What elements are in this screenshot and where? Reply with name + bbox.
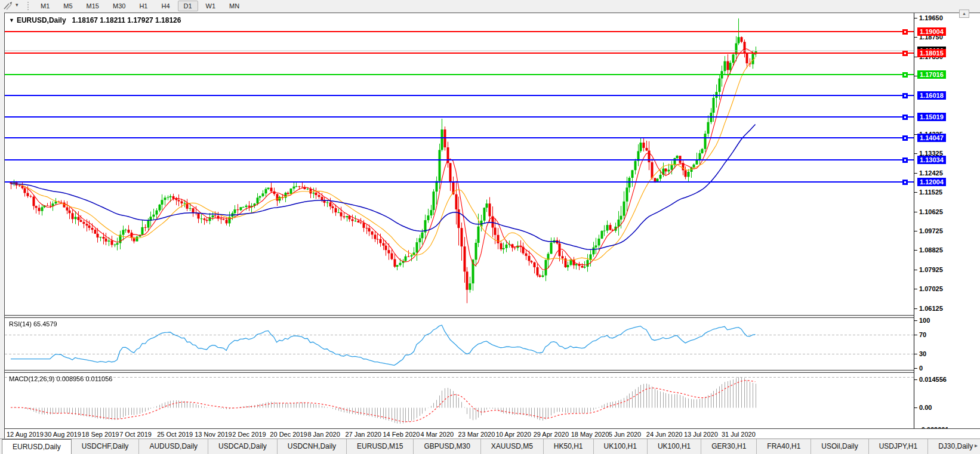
symbol-tab-bar: EURUSD,DailyUSDCHF,DailyAUDUSD,DailyUSDC… bbox=[0, 438, 980, 454]
date-label: 12 Aug 2019 bbox=[7, 431, 44, 438]
tab-usdcad-daily[interactable]: USDCAD,Daily bbox=[208, 439, 278, 454]
price-tick: 1.08825 bbox=[914, 246, 943, 254]
date-label: 29 Apr 2020 bbox=[534, 431, 569, 438]
tick-mark bbox=[914, 173, 917, 174]
scroll-up-button[interactable]: ▲ bbox=[959, 10, 969, 18]
timeframe-button-m5[interactable]: M5 bbox=[57, 1, 78, 11]
date-label: 25 Oct 2019 bbox=[157, 431, 193, 438]
timeframe-button-w1[interactable]: W1 bbox=[200, 1, 222, 11]
tab-gbpusd-m30[interactable]: GBPUSD,M30 bbox=[414, 439, 480, 454]
date-label: 24 Jun 2020 bbox=[646, 431, 683, 438]
tick-mark bbox=[914, 335, 917, 335]
level-price-label: 1.17016 bbox=[917, 70, 946, 79]
chart-symbol-period: EURUSD,Daily bbox=[17, 16, 66, 24]
tab-xauusd-m5[interactable]: XAUUSD,M5 bbox=[481, 439, 544, 454]
tick-text: 0.00 bbox=[919, 404, 932, 411]
price-tick: 1.07925 bbox=[914, 265, 943, 274]
level-price-label: 1.16018 bbox=[917, 91, 946, 100]
date-label: 10 Apr 2020 bbox=[496, 431, 531, 438]
tab-dj30-daily[interactable]: DJ30,Daily bbox=[928, 439, 980, 454]
timeframe-button-m15[interactable]: M15 bbox=[81, 1, 105, 11]
tab-usdchf-daily[interactable]: USDCHF,Daily bbox=[72, 439, 140, 454]
tick-text: 1.19650 bbox=[919, 14, 943, 21]
tab-hk50-h1[interactable]: HK50,H1 bbox=[544, 439, 594, 454]
tick-mark bbox=[914, 354, 917, 354]
timeframe-button-h1[interactable]: H1 bbox=[133, 1, 153, 11]
main-price-chart[interactable] bbox=[5, 13, 914, 315]
tick-mark bbox=[914, 407, 917, 408]
rsi-indicator-panel[interactable] bbox=[5, 318, 914, 370]
tick-text: 100 bbox=[919, 317, 930, 324]
date-label: 23 Mar 2020 bbox=[458, 431, 495, 438]
tick-mark bbox=[914, 320, 917, 321]
rsi-tick: 70 bbox=[914, 331, 926, 339]
tick-mark bbox=[914, 192, 917, 193]
tab-scroll-right-icon[interactable]: ▸ bbox=[975, 442, 978, 449]
tool-dropdown-caret[interactable]: ▾ bbox=[16, 2, 19, 8]
rsi-tick: 30 bbox=[914, 350, 926, 358]
tick-mark bbox=[914, 18, 917, 18]
toolbar: ▾ M1M5M15M30H1H4D1W1MN bbox=[0, 0, 980, 13]
chart-title: ▼EURUSD,Daily1.18167 1.18211 1.17927 1.1… bbox=[9, 16, 181, 24]
tick-mark bbox=[914, 308, 917, 309]
tick-mark bbox=[914, 250, 917, 251]
date-label: 27 Jan 2020 bbox=[345, 431, 381, 438]
level-price-label: 1.13034 bbox=[917, 156, 946, 164]
date-label: 13 Nov 2019 bbox=[195, 431, 232, 438]
tab-audusd-daily[interactable]: AUDUSD,Daily bbox=[139, 439, 208, 454]
rsi-tick: 100 bbox=[914, 316, 930, 325]
tick-text: 1.07025 bbox=[919, 285, 943, 292]
timeframe-button-m1[interactable]: M1 bbox=[35, 1, 56, 11]
timeframe-button-d1[interactable]: D1 bbox=[178, 1, 198, 11]
timeframe-buttons: M1M5M15M30H1H4D1W1MN bbox=[35, 1, 247, 11]
macd-tick: 0.014556 bbox=[914, 375, 947, 384]
chart-window: ▼EURUSD,Daily1.18167 1.18211 1.17927 1.1… bbox=[4, 13, 980, 439]
tab-uk100-h1[interactable]: UK100,H1 bbox=[648, 439, 701, 454]
chart-title-caret-icon[interactable]: ▼ bbox=[9, 17, 14, 23]
tick-text: 70 bbox=[919, 331, 926, 338]
date-label: 31 Jul 2020 bbox=[722, 431, 756, 438]
level-price-label: 1.15019 bbox=[917, 113, 946, 121]
timeframe-button-h4[interactable]: H4 bbox=[155, 1, 175, 11]
tick-text: 1.11525 bbox=[919, 189, 942, 196]
macd-tick: 0.00 bbox=[914, 403, 932, 412]
level-price-label: 1.19004 bbox=[917, 27, 946, 36]
price-tick: 1.12425 bbox=[914, 169, 943, 177]
price-tick: 1.19650 bbox=[914, 14, 943, 22]
tick-text: 1.07925 bbox=[919, 266, 943, 273]
date-label: 5 Jun 2020 bbox=[609, 431, 641, 438]
tick-mark bbox=[914, 270, 917, 270]
timeframe-button-mn[interactable]: MN bbox=[223, 1, 245, 11]
tab-fra40-h1[interactable]: FRA40,H1 bbox=[757, 439, 811, 454]
price-tick: 1.10625 bbox=[914, 208, 943, 216]
date-label: 13 Jul 2020 bbox=[684, 431, 718, 438]
price-tick: 1.09725 bbox=[914, 227, 943, 235]
tab-ger30-h1[interactable]: GER30,H1 bbox=[701, 439, 757, 454]
tick-text: 1.06125 bbox=[919, 305, 943, 312]
date-label: 14 Feb 2020 bbox=[383, 431, 420, 438]
tick-mark bbox=[914, 212, 917, 212]
price-tick: 1.07025 bbox=[914, 285, 943, 293]
tab-usdcnh-daily[interactable]: USDCNH,Daily bbox=[278, 439, 347, 454]
ohlc-values: 1.18167 1.18211 1.17927 1.18126 bbox=[72, 16, 181, 24]
tick-text: 30 bbox=[919, 350, 926, 357]
level-price-label: 1.12004 bbox=[917, 178, 946, 186]
tick-text: 1.10625 bbox=[919, 208, 943, 215]
tick-text: 1.12425 bbox=[919, 169, 943, 177]
tick-text: 1.09725 bbox=[919, 227, 943, 234]
date-label: 7 Oct 2019 bbox=[119, 431, 152, 438]
drawing-tool-icon[interactable] bbox=[2, 1, 14, 11]
tab-usdjpy-h1[interactable]: USDJPY,H1 bbox=[869, 439, 928, 454]
timeframe-button-m30[interactable]: M30 bbox=[107, 1, 131, 11]
tick-mark bbox=[914, 37, 917, 38]
macd-indicator-panel[interactable] bbox=[5, 373, 914, 428]
toolbar-drag-handle[interactable] bbox=[27, 2, 30, 10]
rsi-tick: 0 bbox=[914, 364, 923, 372]
date-label: 30 Aug 2019 bbox=[44, 431, 81, 438]
date-label: 4 Mar 2020 bbox=[421, 431, 454, 438]
price-axis[interactable]: 1.196501.187501.178501.169501.142251.133… bbox=[914, 13, 980, 428]
tab-eurusd-m15[interactable]: EURUSD,M15 bbox=[347, 439, 414, 454]
tab-uk100-h1[interactable]: UK100,H1 bbox=[594, 439, 648, 454]
tab-usoil-daily[interactable]: USOil,Daily bbox=[811, 439, 868, 454]
tab-eurusd-daily[interactable]: EURUSD,Daily bbox=[2, 439, 72, 454]
